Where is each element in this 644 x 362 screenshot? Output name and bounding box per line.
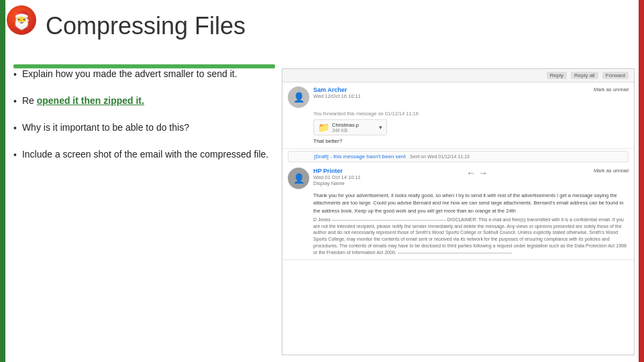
- email-signature: D Jones --------------------------------…: [313, 217, 629, 256]
- email-topbar: Reply Reply all Forward: [282, 69, 634, 82]
- reply-all-button[interactable]: Reply all: [571, 72, 598, 79]
- left-border-decoration: [0, 0, 5, 362]
- santa-icon: 🎅: [7, 5, 36, 35]
- sender-meta-2: Wed 01 Oct 14 10:11: [313, 174, 361, 180]
- email-header-row-1: 👤 Sam Archer Wed 12/Oct 16 10:11 Mark as…: [288, 86, 629, 108]
- sender-meta-1: Wed 12/Oct 16 10:11: [313, 93, 361, 99]
- attachment-icon: 📁: [318, 122, 329, 133]
- sender-name-1: Sam Archer: [313, 86, 361, 93]
- email-screenshot-panel: Reply Reply all Forward 👤 Sam Archer Wed…: [282, 68, 635, 355]
- collapsed-draft-timestamp: Sent on Wed 01/12/14 11:13: [410, 154, 470, 159]
- sender-display-name: Display Name: [313, 180, 361, 186]
- forward-icon[interactable]: →: [478, 168, 488, 178]
- attachment-name: Christmas.p: [332, 122, 359, 128]
- avatar-1: 👤: [288, 86, 309, 108]
- bullet-text-4: Include a screen shot of the email with …: [22, 147, 275, 162]
- attachment-dropdown-icon[interactable]: ▾: [379, 124, 382, 131]
- email-body-2: Thank you for your advertisement, it loo…: [313, 192, 629, 215]
- mark-unread-1[interactable]: Mark as unread: [594, 86, 629, 93]
- email-body-1: That better?: [313, 138, 629, 144]
- bullet-dot: •: [13, 95, 17, 109]
- email-message-1: 👤 Sam Archer Wed 12/Oct 16 10:11 Mark as…: [282, 82, 634, 149]
- avatar-2: 👤: [288, 168, 309, 189]
- bullet-dot: •: [13, 68, 17, 82]
- list-item: • Why is it important to be able to do t…: [13, 121, 275, 135]
- sender-info-1: Sam Archer Wed 12/Oct 16 10:11: [313, 86, 361, 99]
- right-border-decoration: [639, 0, 644, 362]
- page-title: Compressing Files: [46, 12, 246, 40]
- forward-button[interactable]: Forward: [602, 72, 629, 79]
- email-header-row-2: 👤 HP Printer Wed 01 Oct 14 10:11 Display…: [288, 168, 629, 189]
- bullet-text-3: Why is it important to be able to do thi…: [22, 121, 275, 135]
- reply-actions: ← →: [466, 168, 488, 178]
- bullet-dot: •: [13, 148, 17, 162]
- collapsed-draft-message[interactable]: [Draft] - this message hasn't been sent …: [288, 151, 629, 162]
- list-item: • Re opened it then zipped it.: [13, 94, 275, 109]
- reply-button[interactable]: Reply: [547, 72, 567, 79]
- attachment-details: Christmas.p 346 KB: [332, 122, 359, 133]
- bullet-text-2: Re opened it then zipped it.: [22, 94, 275, 108]
- mark-unread-2[interactable]: Mark as unread: [594, 168, 629, 174]
- attachment-block[interactable]: 📁 Christmas.p 346 KB ▾: [313, 119, 387, 135]
- bullet-dot: •: [13, 121, 17, 135]
- attachment-size: 346 KB: [332, 128, 359, 133]
- collapsed-draft-text: [Draft] - this message hasn't been sent: [314, 154, 406, 160]
- forwarded-note: You forwarded this message on 01/12/14 1…: [313, 111, 629, 117]
- list-item: • Explain how you made the advert smalle…: [13, 67, 275, 82]
- list-item: • Include a screen shot of the email wit…: [13, 147, 275, 162]
- reply-icon[interactable]: ←: [466, 168, 476, 178]
- sender-name-2: HP Printer: [313, 168, 361, 174]
- bullet-text-1: Explain how you made the advert smaller …: [22, 67, 275, 81]
- highlighted-text: opened it then zipped it.: [37, 95, 144, 106]
- bullet-list: • Explain how you made the advert smalle…: [13, 67, 275, 174]
- email-message-2: 👤 HP Printer Wed 01 Oct 14 10:11 Display…: [282, 164, 634, 260]
- sender-info-2: HP Printer Wed 01 Oct 14 10:11 Display N…: [313, 168, 361, 186]
